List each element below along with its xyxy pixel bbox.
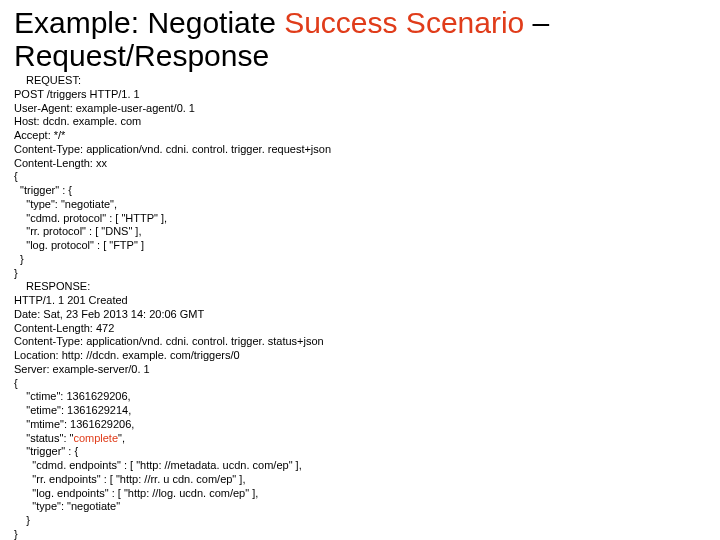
- request-line: "cdmd. protocol" : [ "HTTP" ],: [14, 212, 706, 226]
- response-line: "ctime": 1361629206,: [14, 390, 706, 404]
- response-line: Server: example-server/0. 1: [14, 363, 706, 377]
- title-accent: Success Scenario: [284, 6, 524, 39]
- response-line: "rr. endpoints" : [ "http: //rr. u cdn. …: [14, 473, 706, 487]
- status-value: complete: [73, 432, 118, 444]
- request-line: User-Agent: example-user-agent/0. 1: [14, 102, 706, 116]
- response-line: Location: http: //dcdn. example. com/tri…: [14, 349, 706, 363]
- slide-title: Example: Negotiate Success Scenario – Re…: [14, 6, 706, 72]
- response-line: "cdmd. endpoints" : [ "http: //metadata.…: [14, 459, 706, 473]
- request-line: }: [14, 267, 706, 281]
- request-block: POST /triggers HTTP/1. 1User-Agent: exam…: [14, 88, 706, 281]
- response-line: }: [14, 528, 706, 540]
- response-line: }: [14, 514, 706, 528]
- response-line: Date: Sat, 23 Feb 2013 14: 20:06 GMT: [14, 308, 706, 322]
- response-line: "etime": 1361629214,: [14, 404, 706, 418]
- response-line: "mtime": 1361629206,: [14, 418, 706, 432]
- response-line: "log. endpoints" : [ "http: //log. ucdn.…: [14, 487, 706, 501]
- status-post: ",: [118, 432, 125, 444]
- request-line: Host: dcdn. example. com: [14, 115, 706, 129]
- request-line: "type": "negotiate",: [14, 198, 706, 212]
- request-line: }: [14, 253, 706, 267]
- request-line: "rr. protocol" : [ "DNS" ],: [14, 225, 706, 239]
- status-pre: "status": ": [14, 432, 73, 444]
- request-line: {: [14, 170, 706, 184]
- response-line: Content-Length: 472: [14, 322, 706, 336]
- response-line: {: [14, 377, 706, 391]
- response-block: HTTP/1. 1 201 CreatedDate: Sat, 23 Feb 2…: [14, 294, 706, 540]
- request-line: Content-Length: xx: [14, 157, 706, 171]
- request-line: Accept: */*: [14, 129, 706, 143]
- response-line: "trigger" : {: [14, 445, 706, 459]
- response-label: RESPONSE:: [14, 280, 706, 294]
- response-line: "type": "negotiate": [14, 500, 706, 514]
- title-pre: Example: Negotiate: [14, 6, 284, 39]
- slide: Example: Negotiate Success Scenario – Re…: [0, 0, 720, 540]
- request-line: "log. protocol" : [ "FTP" ]: [14, 239, 706, 253]
- request-line: Content-Type: application/vnd. cdni. con…: [14, 143, 706, 157]
- request-line: POST /triggers HTTP/1. 1: [14, 88, 706, 102]
- body: REQUEST: POST /triggers HTTP/1. 1User-Ag…: [14, 74, 706, 540]
- response-line: HTTP/1. 1 201 Created: [14, 294, 706, 308]
- response-status-line: "status": "complete",: [14, 432, 706, 446]
- response-line: Content-Type: application/vnd. cdni. con…: [14, 335, 706, 349]
- request-label: REQUEST:: [14, 74, 706, 88]
- request-line: "trigger" : {: [14, 184, 706, 198]
